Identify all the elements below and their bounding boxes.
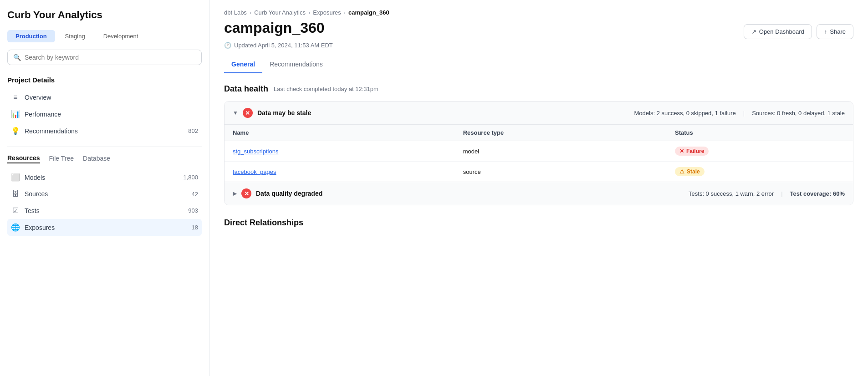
- quality-coverage: Test coverage: 60%: [790, 190, 845, 197]
- recommendations-count: 802: [188, 127, 198, 134]
- models-icon: ⬜: [11, 173, 20, 182]
- quality-meta: Tests: 0 success, 1 warn, 2 error | Test…: [689, 190, 845, 197]
- breadcrumb-curb[interactable]: Curb Your Analytics: [254, 9, 306, 16]
- breadcrumb-dbt-labs[interactable]: dbt Labs: [224, 9, 247, 16]
- sources-icon: 🗄: [11, 190, 20, 198]
- breadcrumb-sep-2: ›: [308, 9, 310, 16]
- row1-status: ✕ Failure: [667, 141, 853, 162]
- models-label: Models: [25, 174, 45, 181]
- table-row: stg_subscriptions model ✕ Failure: [225, 141, 853, 162]
- data-health-title: Data health: [224, 84, 268, 94]
- failure-icon: ✕: [679, 148, 684, 154]
- performance-icon: 📊: [11, 110, 20, 118]
- col-status: Status: [667, 125, 853, 141]
- quality-check-header[interactable]: ▶ ✕ Data quality degraded Tests: 0 succe…: [225, 182, 853, 205]
- sidebar: Curb Your Analytics Production Staging D…: [0, 0, 209, 376]
- quality-expand-icon: ▶: [233, 190, 237, 197]
- tests-label: Tests: [25, 207, 40, 214]
- page-title: campaign_360: [224, 20, 325, 36]
- row2-status: ⚠ Stale: [667, 162, 853, 182]
- breadcrumb-current: campaign_360: [348, 9, 389, 16]
- tests-icon: ☑: [11, 206, 20, 215]
- sidebar-item-performance[interactable]: 📊 Performance: [7, 106, 202, 122]
- sidebar-item-recommendations[interactable]: 💡 Recommendations 802: [7, 122, 202, 139]
- overview-label: Overview: [25, 94, 51, 101]
- table-header-row: Name Resource type Status: [225, 125, 853, 141]
- sources-count: 42: [192, 191, 198, 198]
- breadcrumb-sep-3: ›: [344, 9, 346, 16]
- stale-check-header[interactable]: ▼ ✕ Data may be stale Models: 2 success,…: [225, 102, 853, 124]
- tab-general[interactable]: General: [224, 56, 262, 73]
- failure-label: Failure: [686, 148, 704, 154]
- recommendations-icon: 💡: [11, 127, 20, 135]
- updated-text-value: Updated April 5, 2024, 11:53 AM EDT: [234, 42, 333, 49]
- divider: [7, 147, 202, 147]
- project-details-label: Project Details: [7, 76, 202, 84]
- app-title: Curb Your Analytics: [7, 9, 202, 21]
- env-tabs: Production Staging Development: [7, 30, 202, 42]
- clock-icon: 🕐: [224, 42, 231, 49]
- resources-tab-filetree[interactable]: File Tree: [49, 155, 74, 163]
- data-health-subtitle: Last check completed today at 12:31pm: [274, 86, 378, 92]
- quality-error-icon: ✕: [241, 188, 251, 198]
- stale-error-icon: ✕: [243, 108, 253, 118]
- sidebar-item-overview[interactable]: ≡ Overview: [7, 89, 202, 106]
- main-content: dbt Labs › Curb Your Analytics › Exposur…: [209, 0, 868, 376]
- quality-title: Data quality degraded: [256, 190, 322, 197]
- data-health-heading: Data health Last check completed today a…: [224, 84, 853, 94]
- overview-icon: ≡: [11, 93, 20, 102]
- sidebar-item-sources[interactable]: 🗄 Sources 42: [7, 186, 202, 202]
- search-input[interactable]: [25, 54, 196, 61]
- performance-label: Performance: [25, 111, 61, 118]
- row1-name[interactable]: stg_subscriptions: [233, 148, 278, 155]
- resources-tab-database[interactable]: Database: [83, 155, 110, 163]
- env-tab-staging[interactable]: Staging: [57, 30, 93, 42]
- stale-meta: Models: 2 success, 0 skipped, 1 failure …: [634, 110, 845, 117]
- row2-name[interactable]: facebook_pages: [233, 168, 276, 175]
- recommendations-label: Recommendations: [25, 127, 78, 135]
- health-card: ▼ ✕ Data may be stale Models: 2 success,…: [224, 101, 853, 205]
- row2-status-badge: ⚠ Stale: [675, 167, 705, 176]
- resources-tab-resources[interactable]: Resources: [7, 154, 40, 163]
- stale-label: Stale: [687, 168, 700, 175]
- exposures-label: Exposures: [25, 224, 55, 231]
- open-dashboard-icon: ↗: [751, 28, 756, 35]
- share-icon: ↑: [824, 28, 827, 35]
- row2-resource-type: source: [455, 162, 667, 182]
- search-box: 🔍: [7, 50, 202, 65]
- col-name: Name: [225, 125, 455, 141]
- sidebar-item-exposures[interactable]: 🌐 Exposures 18: [7, 219, 202, 236]
- tab-recommendations[interactable]: Recommendations: [262, 56, 330, 73]
- env-tab-development[interactable]: Development: [95, 30, 147, 42]
- exposures-count: 18: [192, 224, 198, 231]
- direct-relationships-title: Direct Relationships: [224, 218, 853, 228]
- row1-status-badge: ✕ Failure: [675, 147, 709, 156]
- header-actions: ↗ Open Dashboard ↑ Share: [744, 24, 853, 39]
- exposures-icon: 🌐: [11, 223, 20, 232]
- col-resource-type: Resource type: [455, 125, 667, 141]
- row1-resource-type: model: [455, 141, 667, 162]
- open-dashboard-label: Open Dashboard: [759, 28, 804, 35]
- table-row: facebook_pages source ⚠ Stale: [225, 162, 853, 182]
- breadcrumb-sep-1: ›: [250, 9, 251, 16]
- content-area: Data health Last check completed today a…: [209, 84, 868, 228]
- stale-table: Name Resource type Status stg_subscripti…: [225, 124, 853, 182]
- breadcrumb-exposures[interactable]: Exposures: [313, 9, 341, 16]
- stale-pipe: |: [743, 110, 745, 117]
- stale-sources-summary: Sources: 0 fresh, 0 delayed, 1 stale: [752, 110, 845, 117]
- updated-timestamp: 🕐 Updated April 5, 2024, 11:53 AM EDT: [209, 39, 868, 56]
- quality-tests-summary: Tests: 0 success, 1 warn, 2 error: [689, 190, 774, 197]
- share-label: Share: [830, 28, 846, 35]
- models-count: 1,800: [183, 174, 198, 181]
- sources-label: Sources: [25, 190, 48, 198]
- stale-icon: ⚠: [679, 168, 684, 175]
- sidebar-item-tests[interactable]: ☑ Tests 903: [7, 202, 202, 219]
- sidebar-item-models[interactable]: ⬜ Models 1,800: [7, 169, 202, 186]
- env-tab-production[interactable]: Production: [7, 30, 55, 42]
- stale-expand-icon: ▼: [233, 110, 238, 116]
- tabs-row: General Recommendations: [209, 56, 868, 73]
- open-dashboard-button[interactable]: ↗ Open Dashboard: [744, 24, 812, 39]
- tests-count: 903: [188, 207, 198, 214]
- stale-title: Data may be stale: [257, 109, 311, 117]
- share-button[interactable]: ↑ Share: [817, 24, 853, 39]
